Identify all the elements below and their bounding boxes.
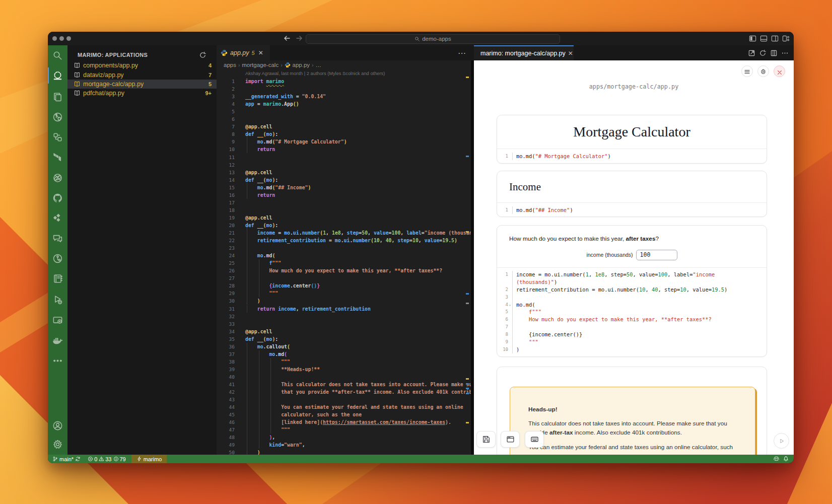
notebook-icon[interactable] [52, 273, 63, 284]
shutdown-button[interactable] [774, 65, 785, 77]
shortcuts-button[interactable] [525, 431, 544, 448]
code-text: @app.cell [245, 123, 272, 130]
git-fork-circle-icon[interactable] [52, 253, 63, 264]
code-text: income = mo.ui.number(1, 1e8, step=50, v… [245, 229, 471, 237]
line-number: 45 [217, 411, 235, 418]
menu-button[interactable] [741, 65, 753, 77]
circle-graph-icon[interactable] [52, 112, 63, 122]
fold-chevron-icon[interactable]: ⌄ [509, 301, 511, 309]
keyboard-icon [530, 435, 539, 444]
line-number: 24 [217, 252, 235, 259]
sidebar-item-mortgage-calc-app-py[interactable]: mortgage-calc/app.py 5 [67, 80, 217, 89]
open-external-icon[interactable] [748, 49, 755, 57]
search-icon[interactable] [52, 50, 63, 61]
marimo-icon[interactable] [52, 70, 63, 81]
copy-pages-icon[interactable] [52, 92, 63, 102]
ruler-decoration [466, 383, 469, 385]
code-line: 26 How much do you expect to make this y… [217, 267, 471, 274]
toggle-secondary-sidebar-icon[interactable] [771, 35, 779, 42]
line-number: 1 [497, 271, 508, 278]
code-line: 42 that you provide **after-tax** income… [217, 388, 471, 396]
more-actions-icon[interactable] [781, 49, 789, 57]
line-number: 2 [217, 85, 235, 93]
editor-actions-more-icon[interactable]: ⋯ [458, 45, 466, 60]
split-editor-icon[interactable] [770, 49, 778, 57]
ruler-decoration [466, 378, 469, 380]
sidebar-item-dataviz-app-py[interactable]: dataviz/app.py 7 [67, 70, 217, 79]
zoom-window-button[interactable] [66, 36, 71, 41]
error-count: 0 [94, 456, 97, 462]
code-text: return income, retirement_contribution [245, 305, 371, 313]
code-line: 24 mo.md( [217, 252, 471, 259]
gutter-divider [512, 206, 513, 214]
line-number: 21 [217, 229, 235, 237]
breadcrumb-item[interactable]: app.py [293, 62, 310, 68]
callout-heading: Heads-up! [528, 406, 739, 413]
status-bar: main* 0 33 79 marimo [48, 455, 794, 463]
ruler-decoration [466, 77, 469, 78]
notebook-code-line: 4⌄mo.md( [497, 301, 767, 309]
search-input[interactable]: demo-apps [306, 34, 560, 44]
line-number: 31 [217, 305, 235, 313]
minimize-window-button[interactable] [59, 36, 64, 41]
breadcrumb[interactable]: apps›mortgage-calc›app.py›… [217, 60, 471, 69]
git-branch-item[interactable]: main* [48, 455, 83, 463]
problems-item[interactable]: 0 33 79 [86, 455, 128, 463]
code-text: f""" [245, 259, 281, 267]
reload-icon[interactable] [759, 49, 767, 57]
nav-back-icon[interactable] [283, 34, 291, 42]
line-number: 44 [217, 403, 235, 411]
screen-vm-icon[interactable] [52, 315, 63, 326]
github-icon[interactable] [52, 193, 63, 203]
warning-count: 33 [105, 456, 111, 462]
breadcrumb-item[interactable]: … [315, 62, 321, 68]
line-number: 25 [217, 259, 235, 267]
tab-close-icon[interactable]: ✕ [568, 50, 573, 57]
save-button[interactable] [476, 431, 496, 448]
code-text: This calculator does not take taxes into… [245, 381, 471, 388]
run-button[interactable] [774, 433, 789, 449]
cell-code[interactable]: 1mo.md("## Income") [497, 203, 767, 218]
tab-marimo-preview[interactable]: marimo: mortgage-calc/app.py ✕ [474, 45, 574, 60]
diamonds-icon[interactable] [52, 213, 63, 224]
debug-alt-icon[interactable] [52, 295, 63, 305]
toggle-panel-icon[interactable] [760, 35, 768, 42]
file-name: mortgage-calc/app.py [83, 81, 209, 88]
toggle-sidebar-icon[interactable] [749, 35, 756, 42]
sphere-icon[interactable] [52, 173, 63, 183]
line-number: 50 [217, 449, 235, 455]
sidebar-item-components-app-py[interactable]: components/app.py 4 [67, 61, 217, 70]
tab-app-py[interactable]: app.py 5 ✕ [217, 45, 270, 60]
breadcrumb-separator: › [281, 62, 282, 68]
docker-icon[interactable] [52, 335, 63, 346]
cell-code[interactable]: 1income = mo.ui.number(1, 1e8, step=50, … [497, 268, 767, 354]
comments-icon[interactable] [52, 233, 63, 244]
code-line: 33 [217, 320, 471, 328]
settings-button[interactable] [757, 65, 769, 77]
boxes-icon[interactable] [52, 132, 63, 142]
cell-code[interactable]: 1mo.md("# Mortgage Calculator") [497, 149, 767, 164]
breadcrumb-item[interactable]: apps [224, 62, 236, 68]
marimo-status-item[interactable]: marimo [131, 455, 167, 463]
copilot-icon[interactable] [773, 456, 780, 462]
nav-forward-icon[interactable] [295, 34, 303, 42]
income-number-input[interactable]: 100 [636, 250, 677, 260]
open-app-button[interactable] [501, 431, 520, 448]
income-heading: Income [497, 171, 767, 202]
settings-gear-icon[interactable] [52, 439, 63, 450]
tab-bar-right: marimo: mortgage-calc/app.py ✕ [471, 45, 794, 60]
code-text: """ [245, 358, 290, 366]
refresh-icon[interactable] [199, 51, 206, 59]
sidebar-item-pdfchat-app-py[interactable]: pdfchat/app.py 9+ [67, 89, 217, 98]
line-number: 26 [217, 267, 235, 274]
tab-close-icon[interactable]: ✕ [257, 49, 264, 56]
ellipsis-icon[interactable] [52, 355, 63, 366]
terraform-icon[interactable] [52, 153, 63, 163]
account-icon[interactable] [52, 420, 63, 431]
code-text: {income.center()} [516, 331, 582, 338]
code-editor[interactable]: Akshay Agrawal, last month | 2 authors (… [217, 69, 471, 455]
bell-icon[interactable] [783, 456, 789, 462]
close-window-button[interactable] [52, 36, 57, 41]
customize-layout-icon[interactable] [782, 35, 790, 42]
breadcrumb-item[interactable]: mortgage-calc [242, 62, 279, 68]
